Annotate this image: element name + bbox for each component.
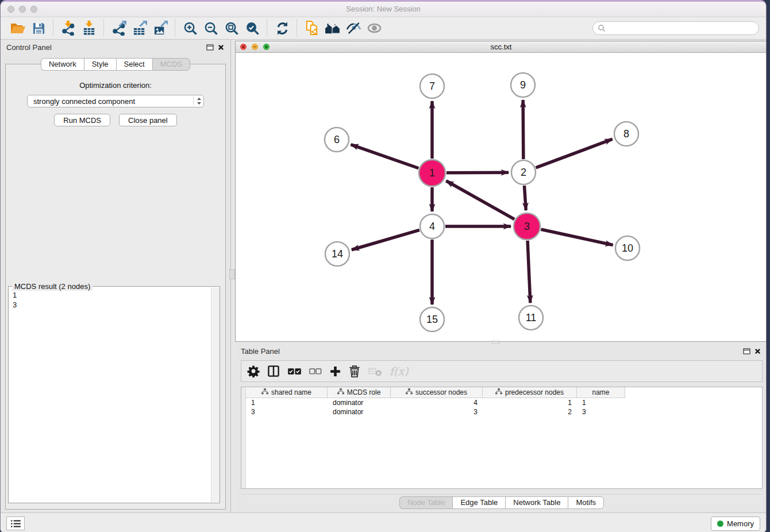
table-cell[interactable]: 4 — [391, 399, 483, 407]
table-cell[interactable]: dominator — [328, 399, 391, 407]
graph-node-label: 10 — [622, 242, 633, 254]
graph-node-label: 4 — [429, 221, 435, 232]
tab-network-table[interactable]: Network Table — [505, 496, 568, 509]
table-row[interactable]: 1dominator411 — [246, 398, 762, 407]
list-icon — [10, 519, 21, 528]
save-session-icon[interactable] — [28, 19, 49, 37]
toolbar-separator — [267, 20, 268, 37]
tab-motifs[interactable]: Motifs — [568, 496, 604, 509]
tab-edge-table[interactable]: Edge Table — [452, 496, 505, 509]
column-header-successor-nodes[interactable]: successor nodes — [391, 387, 483, 398]
table-row[interactable]: 3dominator323 — [246, 407, 762, 417]
function-builder-icon: f(x) — [390, 363, 409, 380]
tab-network[interactable]: Network — [41, 58, 84, 71]
edge-1-2[interactable] — [446, 172, 509, 173]
tab-select[interactable]: Select — [116, 58, 152, 71]
toolbar-separator — [175, 20, 176, 37]
row-header-gutter — [241, 387, 246, 488]
export-network-icon[interactable] — [109, 19, 129, 37]
select-all-icon[interactable] — [287, 363, 302, 380]
close-panel-button[interactable]: Close panel — [119, 114, 177, 126]
table-cell[interactable]: 1 — [246, 399, 328, 407]
new-network-from-selection-icon[interactable] — [302, 19, 322, 37]
titlebar: Session: New Session — [1, 2, 766, 17]
table-cell[interactable]: dominator — [328, 408, 391, 416]
column-type-icon — [495, 388, 502, 396]
graph-node-label: 7 — [429, 80, 435, 92]
close-table-panel-icon[interactable] — [754, 348, 761, 354]
column-header-label: name — [592, 388, 609, 396]
search-box[interactable] — [592, 21, 759, 35]
tab-style[interactable]: Style — [84, 58, 116, 71]
edge-1-6[interactable] — [351, 145, 419, 168]
edge-3-1[interactable] — [446, 181, 514, 219]
tab-node-table[interactable]: Node Table — [399, 496, 453, 509]
graph-node-label: 15 — [426, 314, 438, 325]
column-header-name[interactable]: name — [577, 387, 625, 398]
graph-node-label: 11 — [526, 312, 537, 323]
edge-3-11[interactable] — [528, 241, 530, 303]
edge-2-3[interactable] — [524, 186, 526, 210]
criterion-select[interactable]: strongly connected component — [27, 95, 204, 107]
close-panel-icon[interactable] — [217, 44, 225, 51]
status-bar: Memory — [1, 512, 766, 532]
zoom-fit-icon[interactable] — [221, 19, 242, 37]
refresh-layout-icon[interactable] — [272, 19, 292, 37]
select-stepper-icon — [196, 97, 202, 106]
delete-column-icon[interactable] — [349, 363, 360, 380]
import-network-icon[interactable] — [58, 19, 79, 37]
table-cell[interactable]: 3 — [577, 408, 625, 416]
network-view-window: scc.txt 7968124314101511 — [235, 41, 767, 342]
add-column-icon[interactable] — [329, 363, 341, 380]
column-header-predecessor-nodes[interactable]: predecessor nodes — [483, 387, 577, 398]
edge-4-14[interactable] — [352, 230, 419, 249]
table-cell[interactable]: 3 — [246, 408, 328, 416]
network-canvas[interactable]: 7968124314101511 — [236, 53, 767, 342]
search-input[interactable] — [609, 24, 754, 33]
float-panel-icon[interactable] — [206, 44, 214, 51]
run-mcds-button[interactable]: Run MCDS — [54, 114, 110, 126]
column-header-shared-name[interactable]: shared name — [246, 387, 328, 398]
export-image-icon[interactable] — [150, 19, 171, 37]
show-panels-button[interactable] — [6, 516, 25, 530]
mcds-result-text[interactable]: 13 — [9, 288, 211, 503]
hide-selected-icon[interactable] — [343, 19, 364, 37]
import-table-icon[interactable] — [79, 19, 99, 37]
control-panel: Control Panel NetworkStyleSelectMCDS Opt… — [1, 40, 231, 513]
zoom-in-icon[interactable] — [180, 19, 201, 37]
first-neighbors-icon[interactable] — [322, 19, 343, 37]
table-panel: Table Panel f(x) shared nameMCDS rolesuc… — [235, 344, 767, 513]
edge-3-10[interactable] — [541, 229, 613, 245]
table-cell[interactable]: 1 — [577, 399, 625, 407]
memory-status-icon — [717, 521, 723, 527]
table-cell[interactable]: 2 — [483, 408, 577, 416]
edge-2-8[interactable] — [536, 139, 613, 168]
memory-label: Memory — [727, 519, 754, 528]
float-table-panel-icon[interactable] — [743, 348, 750, 354]
node-table: shared nameMCDS rolesuccessor nodesprede… — [241, 387, 763, 489]
graph-node-label: 2 — [521, 167, 526, 178]
result-scrollbar[interactable] — [211, 287, 220, 502]
zoom-selected-icon[interactable] — [242, 19, 263, 37]
column-header-MCDS-role[interactable]: MCDS role — [328, 387, 391, 398]
column-header-label: shared name — [271, 388, 311, 396]
optimization-criterion-label: Optimization criterion: — [6, 81, 225, 90]
memory-button[interactable]: Memory — [711, 516, 760, 531]
export-table-icon[interactable] — [129, 19, 150, 37]
table-cell[interactable]: 3 — [391, 408, 483, 416]
table-cell[interactable]: 1 — [483, 399, 577, 407]
zoom-out-icon[interactable] — [201, 19, 221, 37]
control-panel-tabs: NetworkStyleSelectMCDS — [1, 58, 230, 71]
show-all-icon[interactable] — [364, 19, 384, 37]
settings-icon[interactable] — [247, 363, 260, 380]
split-panel-icon[interactable] — [267, 363, 280, 380]
column-type-icon — [337, 388, 344, 396]
edge-2-9[interactable] — [523, 100, 523, 159]
open-session-icon[interactable] — [7, 19, 28, 37]
tab-mcds[interactable]: MCDS — [152, 58, 190, 71]
graph-node-label: 3 — [524, 221, 530, 232]
criterion-value: strongly connected component — [33, 97, 193, 106]
graph-node-label: 9 — [520, 79, 526, 91]
vertical-splitter-handle[interactable] — [229, 269, 235, 279]
deselect-all-icon[interactable] — [309, 363, 322, 380]
